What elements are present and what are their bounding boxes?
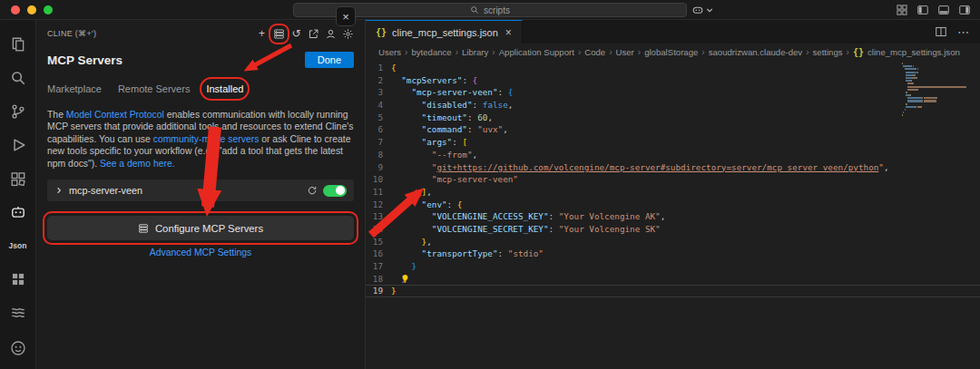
close-window-button[interactable] [11,5,20,15]
code-line-14[interactable]: 14 "VOLCENGINE_SECRET_KEY": "Your Volcen… [366,223,980,236]
breadcrumb-item[interactable]: saoudrizwan.claude-dev [709,47,802,57]
assistant-icon [10,340,26,356]
breadcrumb-item[interactable]: User [616,47,634,57]
vscode-window: scripts Json × CLINE (⌘+') + ↺ [0,0,980,369]
activity-item-blocks[interactable] [8,269,28,289]
window-controls [11,5,53,15]
restart-server-icon[interactable] [307,185,318,196]
chevron-down-icon [706,6,713,14]
code-line-15[interactable]: 15 }, [366,236,980,248]
minimap[interactable] [902,63,980,118]
activity-item-cline[interactable] [8,202,28,222]
breadcrumb-separator: › [405,47,407,57]
copilot-menu[interactable] [691,4,713,16]
tab-installed[interactable]: Installed [206,83,243,94]
code-line-5[interactable]: 5 "timeout": 60, [366,112,980,124]
new-task-button[interactable]: + [256,28,268,40]
json-icon: Json [9,241,27,250]
breadcrumb-item[interactable]: Library [462,47,488,57]
breadcrumb-item[interactable]: globalStorage [644,47,698,57]
server-icon [138,223,149,234]
description-link[interactable]: Model Context Protocol [66,110,164,120]
advanced-mcp-settings-link[interactable]: Advanced MCP Settings [47,248,354,257]
settings-gear-button[interactable] [342,28,354,40]
configure-mcp-servers-button[interactable]: Configure MCP Servers [47,216,354,240]
layout-grid-icon[interactable] [896,4,908,16]
code-line-7[interactable]: 7 "args": [ [366,136,980,149]
activity-item-explorer[interactable] [8,34,28,54]
breadcrumb-item[interactable]: bytedance [411,47,451,57]
toggle-secondary-sidebar-icon[interactable] [958,4,971,16]
code-line-19[interactable]: 19} [366,285,980,297]
activity-item-extensions[interactable] [8,169,28,189]
editor-actions: ⋯ [935,20,980,44]
activity-item-search[interactable] [8,68,28,88]
code-line-11[interactable]: 11 ], [366,186,980,199]
breadcrumb-separator: › [578,47,581,57]
code-line-18[interactable]: 18 } [366,273,980,286]
code-line-17[interactable]: 17 } [366,260,980,273]
activity-item-waves[interactable] [8,303,28,323]
editor-tab-bar: {} cline_mcp_settings.json × ⋯ [366,20,980,44]
tab-marketplace[interactable]: Marketplace [47,83,102,94]
more-actions-icon[interactable]: ⋯ [957,25,969,39]
code-line-10[interactable]: 10 "mcp-server-veen" [366,173,980,186]
code-line-12[interactable]: 12 "env": { [366,199,980,211]
tab-filename: cline_mcp_settings.json [392,27,498,38]
minimize-window-button[interactable] [27,5,36,15]
editor-tab-cline-mcp-settings[interactable]: {} cline_mcp_settings.json × [366,20,523,44]
server-enabled-toggle[interactable] [323,185,347,197]
tab-remote-servers[interactable]: Remote Servers [118,83,190,94]
breadcrumb-separator: › [847,47,849,57]
breadcrumb[interactable]: Users›bytedance›Library›Application Supp… [366,44,980,60]
breadcrumb-separator: › [806,47,808,57]
line-number: 10 [366,173,391,186]
activity-item-json[interactable]: Json [8,236,28,256]
breadcrumb-item[interactable]: cline_mcp_settings.json [867,47,960,57]
line-number: 6 [366,123,391,136]
close-panel-button[interactable]: × [336,6,356,26]
open-in-editor-button[interactable] [308,28,319,40]
code-line-6[interactable]: 6 "command": "uvx", [366,123,980,136]
breadcrumb-separator: › [492,47,495,57]
line-number: 12 [366,199,391,211]
description-link[interactable]: See a demo here. [100,159,175,169]
code-line-16[interactable]: 16 "transportType": "stdio" [366,248,980,260]
configure-label: Configure MCP Servers [155,223,263,234]
code-line-3[interactable]: 3 "mcp-server-veen": { [366,86,980,99]
toggle-primary-sidebar-icon[interactable] [916,4,929,16]
breadcrumb-item[interactable]: Application Support [499,47,574,57]
code-line-13[interactable]: 13 "VOLCENGINE_ACCESS_KEY": "Your Volcen… [366,210,980,223]
breadcrumb-separator: › [701,47,704,57]
code-line-9[interactable]: 9 "git+https://github.com/volcengine/mcp… [366,161,980,174]
search-text: scripts [484,5,510,15]
mcp-servers-button[interactable] [273,28,285,40]
server-name: mcp-server-veen [69,185,301,196]
code-line-2[interactable]: 2 "mcpServers": { [366,74,980,87]
mcp-description: The Model Context Protocol enables commu… [47,109,354,170]
toggle-panel-icon[interactable] [937,4,950,16]
code-line-1[interactable]: 1{ [366,62,980,74]
history-button[interactable]: ↺ [290,28,302,40]
code-editor[interactable]: 1{2 "mcpServers": {3 "mcp-server-veen": … [366,60,980,369]
line-number: 9 [366,161,391,174]
activity-item-run-debug[interactable] [8,135,28,155]
server-row[interactable]: mcp-server-veen [47,180,354,201]
code-line-4[interactable]: 4 "disabled": false, [366,99,980,112]
split-editor-icon[interactable] [935,25,947,38]
breadcrumb-item[interactable]: Code [584,47,605,57]
code-line-8[interactable]: 8 "--from", [366,149,980,161]
done-button[interactable]: Done [305,52,354,68]
lightbulb-icon[interactable] [400,274,410,284]
zoom-window-button[interactable] [44,5,53,15]
description-link[interactable]: community-made servers [153,134,260,144]
activity-item-assistant[interactable] [8,338,28,358]
breadcrumb-item[interactable]: Users [378,47,401,57]
activity-item-source-control[interactable] [8,102,28,121]
close-tab-icon[interactable]: × [505,26,512,39]
breadcrumb-item[interactable]: settings [813,47,843,57]
account-button[interactable] [325,28,337,40]
copilot-icon [691,4,704,16]
toggle-knob [336,186,345,195]
line-number: 19 [366,285,391,297]
